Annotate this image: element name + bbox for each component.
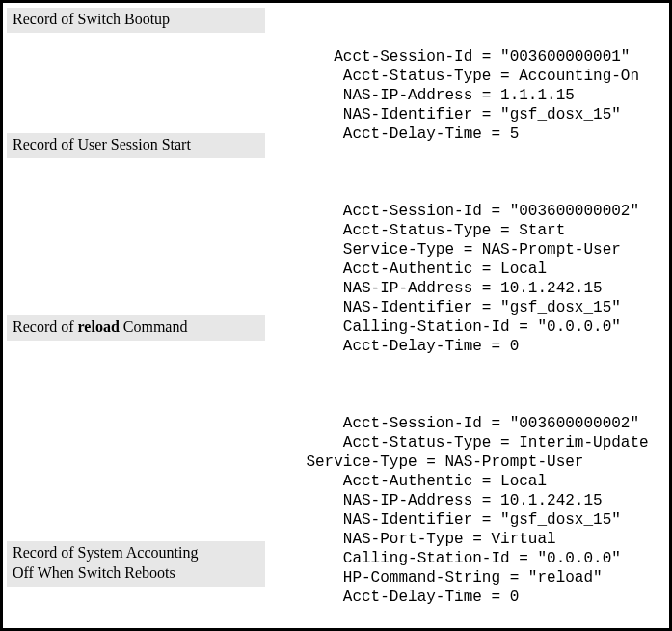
label-reload: Record of reload Command [7,316,265,341]
label-reload-post: Command [120,318,188,335]
label-bootup: Record of Switch Bootup [7,8,265,33]
record-reload: Acct-Session-Id = "003600000002" Acct-St… [269,395,661,607]
label-bootup-text: Record of Switch Bootup [13,11,170,27]
label-reload-bold: reload [78,318,120,335]
label-sys-off: Record of System Accounting Off When Swi… [7,541,265,587]
label-reload-pre: Record of [13,318,78,335]
label-session-start-text: Record of User Session Start [13,136,191,152]
record-session-start: Acct-Session-Id = "003600000002" Acct-St… [269,182,661,356]
label-sys-off-line2: Off When Switch Reboots [13,564,175,581]
record-bootup: Acct-Session-Id = "003600000001" Acct-St… [269,47,661,144]
label-sys-off-line1: Record of System Accounting [13,544,198,561]
label-session-start: Record of User Session Start [7,133,265,158]
page-frame: Record of Switch Bootup Record of User S… [0,0,672,631]
records-column: Acct-Session-Id = "003600000001" Acct-St… [269,9,661,631]
